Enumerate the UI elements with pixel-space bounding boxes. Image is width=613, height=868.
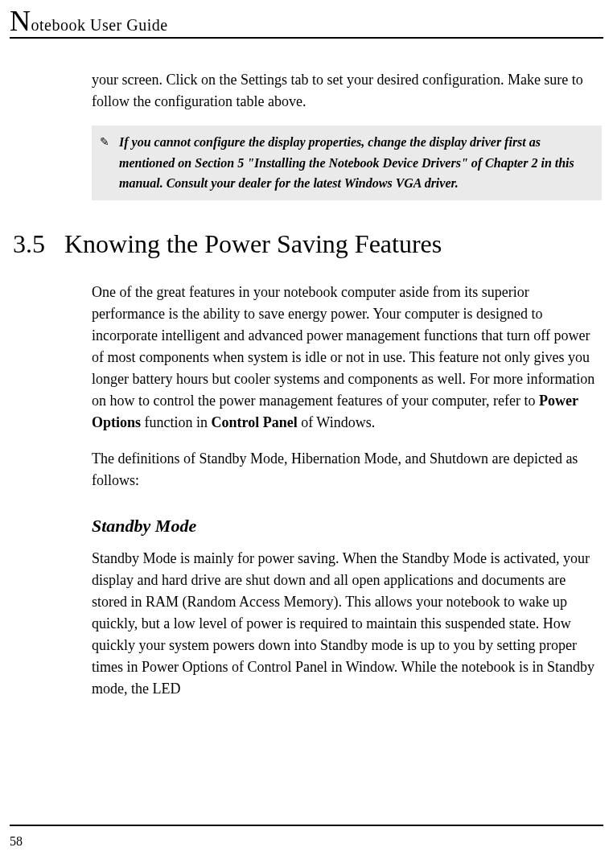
intro-paragraph: your screen. Click on the Settings tab t…: [92, 69, 602, 113]
header-dropcap: N: [10, 5, 31, 37]
header-title: Notebook User Guide: [10, 6, 603, 35]
p1-text-before: One of the great features in your notebo…: [92, 284, 594, 409]
note-box: ✎ If you cannot configure the display pr…: [92, 125, 602, 200]
page-content: your screen. Click on the Settings tab t…: [0, 39, 613, 700]
p1-bold-2: Control Panel: [212, 414, 298, 430]
subsection-title: Standby Mode: [92, 516, 602, 537]
subsection-body: Standby Mode is mainly for power saving.…: [92, 548, 602, 700]
page-header: Notebook User Guide: [0, 0, 613, 39]
header-title-rest: otebook User Guide: [31, 16, 168, 34]
section-title: Knowing the Power Saving Features: [64, 229, 442, 259]
note-icon: ✎: [100, 134, 109, 151]
page-number: 58: [10, 834, 603, 849]
body-paragraph-1: One of the great features in your notebo…: [92, 282, 602, 434]
section-heading: 3.5 Knowing the Power Saving Features: [13, 229, 602, 259]
p1-text-mid: function in: [141, 414, 212, 430]
note-text: If you cannot configure the display prop…: [119, 132, 595, 194]
section-number: 3.5: [13, 229, 45, 259]
footer-divider: [10, 825, 603, 826]
p1-text-after: of Windows.: [298, 414, 375, 430]
body-paragraph-2: The definitions of Standby Mode, Hiberna…: [92, 448, 602, 492]
page-footer: 58: [0, 825, 613, 849]
